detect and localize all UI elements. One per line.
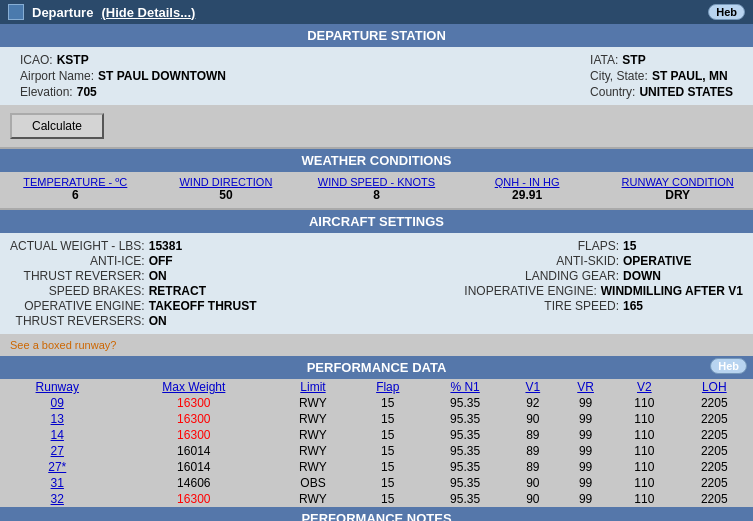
boxed-runway-link[interactable]: See a boxed runway? xyxy=(10,339,116,351)
perf-help-button[interactable]: Heb xyxy=(710,358,747,374)
weather-col-label-0[interactable]: TEMPERATURE - ºC xyxy=(0,176,151,188)
v1-cell: 90 xyxy=(508,491,559,507)
departure-station-section: DEPARTURE STATION ICAO: KSTP Airport Nam… xyxy=(0,24,753,105)
icao-row: ICAO: KSTP xyxy=(20,53,226,67)
aircraft-left-row-4: OPERATIVE ENGINE:TAKEOFF THRUST xyxy=(10,299,269,313)
departure-grid: ICAO: KSTP Airport Name: ST PAUL DOWNTOW… xyxy=(20,53,733,99)
aircraft-right-value-1: OPERATIVE xyxy=(623,254,743,268)
calculate-button[interactable]: Calculate xyxy=(10,113,104,139)
aircraft-right-label-0: FLAPS: xyxy=(578,239,619,253)
flap-cell: 15 xyxy=(353,443,423,459)
aircraft-left-value-0: 15381 xyxy=(149,239,269,253)
runway-cell[interactable]: 14 xyxy=(0,427,115,443)
runway-cell[interactable]: 27 xyxy=(0,443,115,459)
v1-cell: 90 xyxy=(508,411,559,427)
perf-col-header-6[interactable]: VR xyxy=(558,379,613,395)
iata-value: STP xyxy=(622,53,645,67)
performance-data-header: PERFORMANCE DATA xyxy=(307,360,447,375)
aircraft-settings-section: AIRCRAFT SETTINGS ACTUAL WEIGHT - LBS:15… xyxy=(0,210,753,334)
vr-cell: 99 xyxy=(558,411,613,427)
max-weight-cell: 16300 xyxy=(115,411,274,427)
aircraft-settings-header: AIRCRAFT SETTINGS xyxy=(0,210,753,233)
flap-cell: 15 xyxy=(353,491,423,507)
vr-cell: 99 xyxy=(558,395,613,411)
perf-col-header-8[interactable]: LOH xyxy=(676,379,753,395)
perf-col-header-0[interactable]: Runway xyxy=(0,379,115,395)
n1-cell: 95.35 xyxy=(423,459,508,475)
limit-cell: RWY xyxy=(273,427,353,443)
weather-col-label-4[interactable]: RUNWAY CONDITION xyxy=(602,176,753,188)
aircraft-right: FLAPS:15ANTI-SKID:OPERATIVELANDING GEAR:… xyxy=(464,239,743,328)
aircraft-left-value-3: RETRACT xyxy=(149,284,269,298)
title-action[interactable]: (Hide Details...) xyxy=(101,5,195,20)
runway-cell[interactable]: 13 xyxy=(0,411,115,427)
n1-cell: 95.35 xyxy=(423,427,508,443)
weather-col-value-1: 50 xyxy=(151,188,302,202)
aircraft-left-value-4: TAKEOFF THRUST xyxy=(149,299,269,313)
weather-col-label-1[interactable]: WIND DIRECTION xyxy=(151,176,302,188)
limit-cell: RWY xyxy=(273,491,353,507)
flap-cell: 15 xyxy=(353,459,423,475)
departure-right: IATA: STP City, State: ST PAUL, MN Count… xyxy=(590,53,733,99)
flap-cell: 15 xyxy=(353,475,423,491)
aircraft-right-label-4: TIRE SPEED: xyxy=(544,299,619,313)
v2-cell: 110 xyxy=(613,475,675,491)
performance-data-header-row: PERFORMANCE DATA Heb xyxy=(0,356,753,379)
flap-cell: 15 xyxy=(353,411,423,427)
v1-cell: 89 xyxy=(508,443,559,459)
performance-data-section: PERFORMANCE DATA Heb RunwayMax WeightLim… xyxy=(0,356,753,507)
loh-cell: 2205 xyxy=(676,443,753,459)
perf-col-header-1[interactable]: Max Weight xyxy=(115,379,274,395)
aircraft-right-value-0: 15 xyxy=(623,239,743,253)
max-weight-cell: 16300 xyxy=(115,395,274,411)
aircraft-left-value-5: ON xyxy=(149,314,269,328)
aircraft-left-label-2: THRUST REVERSER: xyxy=(24,269,145,283)
runway-cell[interactable]: 31 xyxy=(0,475,115,491)
perf-col-header-5[interactable]: V1 xyxy=(508,379,559,395)
n1-cell: 95.35 xyxy=(423,443,508,459)
weather-col-label-2[interactable]: WIND SPEED - KNOTS xyxy=(301,176,452,188)
perf-col-header-3[interactable]: Flap xyxy=(353,379,423,395)
city-state-label: City, State: xyxy=(590,69,648,83)
runway-cell[interactable]: 09 xyxy=(0,395,115,411)
max-weight-cell: 14606 xyxy=(115,475,274,491)
table-row: 0916300RWY1595.3592991102205 xyxy=(0,395,753,411)
performance-table: RunwayMax WeightLimitFlap% N1V1VRV2LOH09… xyxy=(0,379,753,507)
runway-cell[interactable]: 32 xyxy=(0,491,115,507)
runway-cell[interactable]: 27* xyxy=(0,459,115,475)
n1-cell: 95.35 xyxy=(423,491,508,507)
aircraft-right-row-3: INOPERATIVE ENGINE:WINDMILLING AFTER V1 xyxy=(464,284,743,298)
limit-cell: RWY xyxy=(273,459,353,475)
country-row: Country: UNITED STATES xyxy=(590,85,733,99)
departure-left: ICAO: KSTP Airport Name: ST PAUL DOWNTOW… xyxy=(20,53,226,99)
airport-name-value: ST PAUL DOWNTOWN xyxy=(98,69,226,83)
aircraft-left-row-1: ANTI-ICE:OFF xyxy=(10,254,269,268)
aircraft-left-row-5: THRUST REVERSERS:ON xyxy=(10,314,269,328)
airport-name-row: Airport Name: ST PAUL DOWNTOWN xyxy=(20,69,226,83)
aircraft-left-label-4: OPERATIVE ENGINE: xyxy=(24,299,144,313)
v1-cell: 89 xyxy=(508,427,559,443)
v2-cell: 110 xyxy=(613,395,675,411)
vr-cell: 99 xyxy=(558,475,613,491)
aircraft-right-row-0: FLAPS:15 xyxy=(464,239,743,253)
v2-cell: 110 xyxy=(613,491,675,507)
icao-value: KSTP xyxy=(57,53,89,67)
loh-cell: 2205 xyxy=(676,411,753,427)
perf-col-header-2[interactable]: Limit xyxy=(273,379,353,395)
v2-cell: 110 xyxy=(613,459,675,475)
weather-conditions-header: WEATHER CONDITIONS xyxy=(0,149,753,172)
weather-col-3: QNH - IN HG29.91 xyxy=(452,176,603,202)
title-help-button[interactable]: Heb xyxy=(708,4,745,20)
weather-col-label-3[interactable]: QNH - IN HG xyxy=(452,176,603,188)
departure-station-content: ICAO: KSTP Airport Name: ST PAUL DOWNTOW… xyxy=(0,47,753,105)
aircraft-left-label-5: THRUST REVERSERS: xyxy=(16,314,145,328)
weather-col-1: WIND DIRECTION50 xyxy=(151,176,302,202)
perf-col-header-4[interactable]: % N1 xyxy=(423,379,508,395)
perf-col-header-7[interactable]: V2 xyxy=(613,379,675,395)
title-bar: Departure (Hide Details...) Heb xyxy=(0,0,753,24)
v2-cell: 110 xyxy=(613,411,675,427)
aircraft-right-value-2: DOWN xyxy=(623,269,743,283)
max-weight-cell: 16300 xyxy=(115,491,274,507)
aircraft-right-label-2: LANDING GEAR: xyxy=(525,269,619,283)
aircraft-right-row-2: LANDING GEAR:DOWN xyxy=(464,269,743,283)
